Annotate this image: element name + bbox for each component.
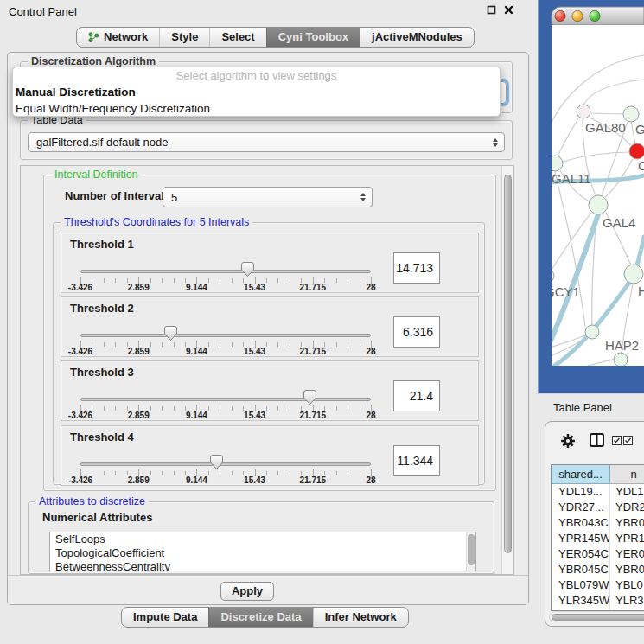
tick-label: -3.426 xyxy=(68,475,92,485)
dropdown-prompt-item[interactable]: Select algorithm to view settings xyxy=(13,67,500,84)
tab-label: Select xyxy=(221,28,254,47)
threshold-panel-4: Threshold 4-3.4262.8599.14415.4321.71528… xyxy=(61,425,479,486)
attribute-item[interactable]: SelfLoops xyxy=(50,532,475,546)
threshold-panel-1: Threshold 1-3.4262.8599.14415.4321.71528… xyxy=(61,233,479,293)
tab-discretize-data[interactable]: Discretize Data xyxy=(208,608,312,627)
cell-name: YER0 xyxy=(610,546,644,562)
table-rows: YDL19...YDL1YDR27...YDR2YBR043CYBR0YPR14… xyxy=(552,484,644,611)
dropdown-option-equal-width[interactable]: Equal Width/Frequency Discretization xyxy=(13,100,500,117)
threshold-value-field[interactable]: 14.713 xyxy=(393,252,440,284)
num-intervals-label: Number of Intervals xyxy=(65,189,170,202)
dropdown-option-manual[interactable]: Manual Discretization xyxy=(13,84,500,100)
HAP2-node[interactable] xyxy=(585,325,599,339)
slider-track[interactable] xyxy=(80,334,371,337)
view-frame-highlight xyxy=(538,0,539,393)
column-header-name[interactable]: n xyxy=(610,465,644,484)
table-row[interactable]: YDL19...YDL1 xyxy=(552,484,644,500)
slider-thumb[interactable] xyxy=(163,325,178,341)
GAL80-node[interactable] xyxy=(577,105,590,118)
tick-label: 21.715 xyxy=(300,347,327,356)
node-attribute-table[interactable]: shared... n YDL19...YDL1YDR27...YDR2YBR0… xyxy=(551,464,644,611)
tick-label: 28 xyxy=(366,347,375,356)
network-view[interactable]: GAL80GGAL11CGAL4GCY1HHAP2 xyxy=(538,0,644,393)
table-row[interactable]: YBR043CYBR0 xyxy=(552,515,644,531)
table-row[interactable]: YPR145WYPR1 xyxy=(552,531,644,546)
tab-network[interactable]: Network xyxy=(77,28,159,47)
bottom-tab-bar: Impute DataDiscretize DataInfer Network xyxy=(121,607,409,628)
tick-label: 15.43 xyxy=(244,347,265,356)
slider-track[interactable] xyxy=(80,270,371,273)
tick-label: 21.715 xyxy=(300,475,327,485)
slider-track[interactable] xyxy=(80,398,371,401)
numerical-attributes-list[interactable]: SelfLoopsTopologicalCoefficientBetweenne… xyxy=(49,532,476,571)
tab-style[interactable]: Style xyxy=(159,28,209,47)
tab-jactivemnodules[interactable]: jActiveMNodules xyxy=(360,28,474,47)
table-row[interactable]: YER054CYER0 xyxy=(552,546,644,562)
attribute-item[interactable]: BetweennessCentrality xyxy=(50,560,475,571)
minimize-traffic-light-icon[interactable] xyxy=(572,10,583,21)
cell-shared-name: YPR145W xyxy=(552,531,610,546)
apply-button[interactable]: Apply xyxy=(220,582,274,601)
slider-thumb[interactable] xyxy=(303,389,317,405)
table-row[interactable]: YDR27...YDR2 xyxy=(552,500,644,515)
application-window: Control Panel NetworkStyleSelectCyni Too… xyxy=(0,0,644,644)
network-icon xyxy=(88,32,99,43)
attributes-scrollbar-thumb[interactable] xyxy=(468,534,475,565)
zoom-traffic-light-icon[interactable] xyxy=(590,10,600,21)
num-intervals-combobox[interactable]: 5 xyxy=(163,187,373,207)
settings-scrollbar-thumb[interactable] xyxy=(504,175,512,553)
cell-name: YBL0 xyxy=(610,577,644,593)
attribute-item[interactable]: TopologicalCoefficient xyxy=(50,546,475,560)
node-bottom[interactable] xyxy=(614,353,628,367)
slider-track[interactable] xyxy=(80,462,371,466)
column-header-shared-name[interactable]: shared... xyxy=(552,465,610,484)
settings-scrollpane: Interval Definition Number of Intervals … xyxy=(20,165,514,575)
network-view-area: GAL80GGAL11CGAL4GCY1HHAP2 xyxy=(538,0,644,393)
tab-impute-data[interactable]: Impute Data xyxy=(122,608,208,627)
table-row[interactable]: YBR045CYBR0 xyxy=(552,562,644,577)
tick-label: 21.715 xyxy=(300,411,327,420)
checkbox-icon[interactable] xyxy=(623,436,633,445)
threshold-value-field[interactable]: 11.344 xyxy=(393,445,440,476)
tick-label: -3.426 xyxy=(68,347,92,356)
table-horizontal-scrollbar[interactable] xyxy=(549,611,644,622)
threshold-panel-3: Threshold 3-3.4262.8599.14415.4321.71528… xyxy=(61,360,479,421)
slider-thumb[interactable] xyxy=(209,454,224,470)
GAL4-node[interactable] xyxy=(589,195,608,214)
table-data-groupbox: Table Data galFiltered.sif default node xyxy=(20,120,513,160)
selected-red-node[interactable] xyxy=(629,143,644,159)
threshold-value-field[interactable]: 6.316 xyxy=(393,316,440,348)
threshold-value-field[interactable]: 21.4 xyxy=(393,380,440,411)
checkbox-icon[interactable] xyxy=(612,436,622,445)
attributes-scrollbar[interactable] xyxy=(466,532,475,571)
table-row[interactable]: YBL079WYBL0 xyxy=(552,577,644,593)
tab-infer-network[interactable]: Infer Network xyxy=(313,608,408,627)
settings-gear-icon[interactable] xyxy=(560,433,576,449)
tick-label: 15.43 xyxy=(244,411,265,420)
tick-label: 28 xyxy=(366,475,375,485)
settings-scrollbar[interactable] xyxy=(501,166,513,574)
minor-ticks xyxy=(80,342,373,347)
cell-shared-name: YDR27... xyxy=(552,500,610,515)
slider-thumb[interactable] xyxy=(240,261,255,277)
combo-stepper-icon xyxy=(360,193,366,201)
node-label: HAP2 xyxy=(605,338,639,353)
tick-label: 21.715 xyxy=(300,283,327,292)
close-traffic-light-icon[interactable] xyxy=(555,10,565,21)
minor-ticks xyxy=(80,471,373,475)
tab-label: Style xyxy=(171,28,198,47)
tab-cyni-toolbox[interactable]: Cyni Toolbox xyxy=(266,28,360,47)
close-icon[interactable] xyxy=(504,5,513,15)
float-window-icon[interactable] xyxy=(487,5,496,15)
node-label: GAL11 xyxy=(552,171,591,186)
table-horizontal-scrollbar-thumb[interactable] xyxy=(552,614,644,621)
tab-label: Discretize Data xyxy=(220,608,301,627)
node-right[interactable] xyxy=(624,265,643,284)
tab-select[interactable]: Select xyxy=(209,28,265,47)
table-row[interactable]: YLR345WYLR3 xyxy=(552,593,644,609)
table-data-combobox[interactable]: galFiltered.sif default node xyxy=(28,132,505,152)
split-column-icon[interactable] xyxy=(590,433,604,447)
cell-name: YDR2 xyxy=(610,500,644,515)
interval-group-title: Interval Definition xyxy=(51,169,142,181)
table-header-row: shared... n xyxy=(552,465,644,484)
